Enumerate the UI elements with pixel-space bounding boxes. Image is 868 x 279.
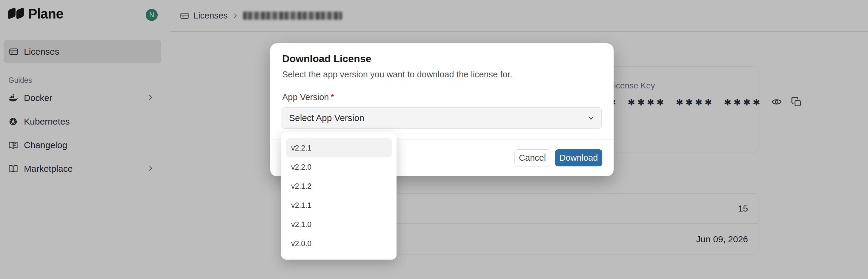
app-window: Plane N Licenses Guides [0, 0, 868, 279]
dropdown-option[interactable]: v2.1.1 [286, 196, 392, 215]
app-version-dropdown: v2.2.1 v2.2.0 v2.1.2 v2.1.1 v2.1.0 v2.0.… [281, 132, 397, 259]
modal-title: Download License [282, 53, 371, 64]
download-button[interactable]: Download [555, 149, 602, 166]
modal-subtitle: Select the app version you want to downl… [282, 70, 513, 80]
select-placeholder: Select App Version [289, 113, 587, 123]
app-version-select[interactable]: Select App Version [282, 107, 602, 129]
dropdown-option[interactable]: v2.0.0 [286, 234, 392, 253]
dropdown-option[interactable]: v2.2.1 [286, 138, 392, 157]
field-label-text: App Version [282, 92, 329, 102]
required-asterisk: * [331, 92, 334, 102]
dropdown-option[interactable]: v2.1.2 [286, 177, 392, 196]
chevron-down-icon [587, 114, 595, 122]
app-version-label: App Version* [282, 92, 334, 102]
cancel-button[interactable]: Cancel [515, 149, 550, 166]
dropdown-option[interactable]: v2.2.0 [286, 157, 392, 177]
dropdown-option[interactable]: v2.1.0 [286, 215, 392, 234]
